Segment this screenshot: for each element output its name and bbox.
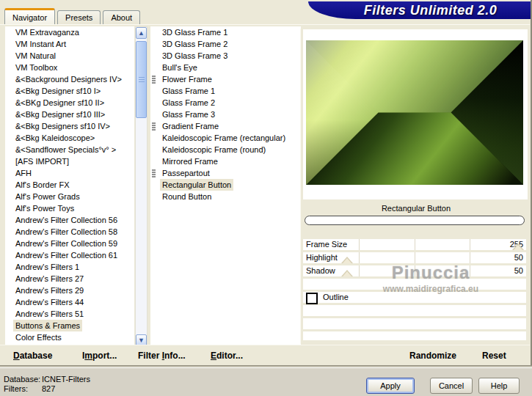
- empty-row: [303, 305, 526, 316]
- list-item-label: Alf's Border FX: [13, 179, 72, 191]
- list-item[interactable]: Andrew's Filters 44: [5, 296, 134, 308]
- list-item[interactable]: Andrew's Filter Collection 58: [5, 226, 134, 238]
- list-item[interactable]: Andrew's Filters 27: [5, 273, 134, 285]
- list-item[interactable]: Glass Frame 2: [150, 97, 301, 109]
- list-item[interactable]: Flower Frame: [150, 73, 301, 85]
- label-part: atabase: [20, 351, 53, 361]
- preset-indicator-icon: [152, 76, 156, 84]
- slider-thumb[interactable]: [341, 270, 353, 276]
- database-button[interactable]: Database: [13, 351, 52, 361]
- selected-filter-caption: Rectangular Button: [302, 204, 530, 213]
- list-item-label: VM Toolbox: [13, 62, 59, 73]
- list-item-label: 3D Glass Frame 1: [160, 26, 230, 38]
- list-item[interactable]: 3D Glass Frame 1: [150, 26, 301, 38]
- list-item[interactable]: Glass Frame 3: [150, 109, 301, 120]
- slider-thumb[interactable]: [512, 243, 524, 250]
- list-item[interactable]: Passepartout: [150, 167, 301, 179]
- list-item[interactable]: Andrew's Filters 51: [5, 308, 134, 320]
- list-item[interactable]: VM Toolbox: [5, 62, 134, 73]
- list-item[interactable]: [AFS IMPORT]: [5, 155, 134, 167]
- list-item[interactable]: Glass Frame 1: [150, 85, 301, 97]
- slider-highlight[interactable]: Highlight 50: [303, 252, 526, 263]
- list-item[interactable]: Andrew's Filters 1: [5, 261, 134, 273]
- list-item[interactable]: Color Effects: [5, 331, 134, 343]
- list-item-label: Buttons & Frames: [13, 320, 82, 331]
- slider-shadow[interactable]: Shadow 50: [303, 265, 526, 276]
- list-item[interactable]: &<Sandflower Specials°v° >: [5, 144, 134, 155]
- outline-checkbox[interactable]: [306, 293, 318, 304]
- list-item-label: Rectangular Button: [160, 179, 233, 191]
- list-item[interactable]: VM Instant Art: [5, 38, 134, 50]
- list-item-label: Andrew's Filters 27: [13, 273, 86, 285]
- outline-row[interactable]: Outline: [303, 292, 526, 303]
- list-item-label: Andrew's Filter Collection 59: [13, 238, 120, 249]
- list-item[interactable]: Mirrored Frame: [150, 155, 301, 167]
- list-item[interactable]: Andrew's Filter Collection 56: [5, 214, 134, 226]
- list-item-label: &<BKg Designer sf10 II>: [13, 97, 106, 109]
- list-item-label: Glass Frame 1: [160, 85, 217, 97]
- filters-count-value: 827: [42, 384, 55, 393]
- tab-about[interactable]: About: [103, 10, 140, 25]
- list-item[interactable]: &<BKg Designer sf10 II>: [5, 97, 134, 109]
- list-item[interactable]: Gradient Frame: [150, 120, 301, 132]
- list-item[interactable]: VM Natural: [5, 50, 134, 62]
- list-item-label: Alf's Power Toys: [13, 202, 76, 214]
- randomize-button[interactable]: Randomize: [409, 351, 456, 361]
- reset-button[interactable]: Reset: [482, 351, 506, 361]
- import-button[interactable]: Import...: [82, 351, 117, 361]
- slider-value: 50: [514, 266, 523, 275]
- cancel-button[interactable]: Cancel: [430, 378, 473, 394]
- slider-frame-size[interactable]: Frame Size 255: [303, 239, 526, 250]
- list-item[interactable]: Alf's Border FX: [5, 179, 134, 191]
- list-item[interactable]: 3D Glass Frame 2: [150, 38, 301, 50]
- list-item-label: &<Bkg Designer sf10 III>: [13, 109, 107, 120]
- list-item[interactable]: Kaleidoscopic Frame (round): [150, 144, 301, 155]
- list-item[interactable]: Andrew's Filters 29: [5, 285, 134, 296]
- label-part: port...: [92, 351, 117, 361]
- list-item-label: Glass Frame 2: [160, 97, 217, 109]
- label-part: nfo...: [164, 351, 186, 361]
- filter-info-button[interactable]: Filter Info...: [138, 351, 186, 361]
- tab-navigator[interactable]: Navigator: [4, 8, 55, 25]
- list-item[interactable]: Kaleidoscopic Frame (rectangular): [150, 132, 301, 144]
- list-item[interactable]: Rectangular Button: [150, 179, 301, 191]
- slider-label: Frame Size: [306, 240, 347, 249]
- scrollbar-thumb[interactable]: [136, 41, 147, 118]
- list-item[interactable]: Andrew's Filter Collection 61: [5, 249, 134, 261]
- editor-button[interactable]: Editor...: [211, 351, 243, 361]
- list-item[interactable]: Alf's Power Toys: [5, 202, 134, 214]
- list-item[interactable]: 3D Glass Frame 3: [150, 50, 301, 62]
- slider-thumb[interactable]: [341, 257, 353, 263]
- list-item[interactable]: Bull's Eye: [150, 62, 301, 73]
- filters-unlimited-panel: Filters Unlimited 2.0 Navigator Presets …: [0, 0, 532, 367]
- list-item-label: [AFS IMPORT]: [13, 155, 71, 167]
- scroll-up-icon[interactable]: ▲: [136, 27, 147, 39]
- category-scrollbar[interactable]: ▲ ▼: [135, 26, 147, 347]
- list-item-label: Flower Frame: [160, 73, 214, 85]
- list-item[interactable]: &<Bkg Kaleidoscope>: [5, 132, 134, 144]
- list-item[interactable]: &<Bkg Designer sf10 III>: [5, 109, 134, 120]
- list-item[interactable]: &<Bkg Designers sf10 IV>: [5, 120, 134, 132]
- empty-row: [303, 318, 526, 329]
- list-item[interactable]: AFH: [5, 167, 134, 179]
- progress-bar: [305, 216, 525, 225]
- list-item-label: Bull's Eye: [160, 62, 200, 73]
- filter-list[interactable]: 3D Glass Frame 13D Glass Frame 23D Glass…: [150, 26, 301, 346]
- apply-button[interactable]: Apply: [366, 378, 415, 394]
- list-item[interactable]: &<Background Designers IV>: [5, 73, 134, 85]
- tab-presets[interactable]: Presets: [57, 10, 101, 25]
- help-button[interactable]: Help: [478, 378, 520, 394]
- scrollbar-grip-icon: [139, 77, 145, 84]
- list-item[interactable]: &<Bkg Designer sf10 I>: [5, 85, 134, 97]
- label-mnemonic: E: [211, 351, 216, 361]
- list-item[interactable]: Round Button: [150, 191, 301, 202]
- list-item[interactable]: Buttons & Frames: [5, 320, 134, 331]
- category-list[interactable]: VM ExtravaganzaVM Instant ArtVM NaturalV…: [5, 26, 134, 346]
- list-item[interactable]: Alf's Power Grads: [5, 191, 134, 202]
- tab-baseline: [0, 24, 530, 25]
- preset-indicator-icon: [152, 122, 156, 131]
- list-item[interactable]: Andrew's Filter Collection 59: [5, 238, 134, 249]
- list-item[interactable]: VM Extravaganza: [5, 26, 134, 38]
- list-item-label: Andrew's Filters 29: [13, 285, 86, 296]
- list-item-label: VM Instant Art: [13, 38, 68, 50]
